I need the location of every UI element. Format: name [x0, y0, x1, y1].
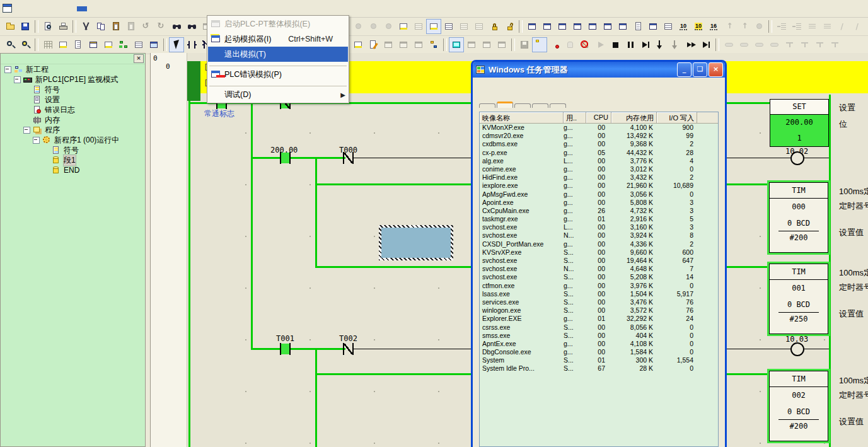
- tree-item-project[interactable]: 新工程: [1, 64, 145, 74]
- tab-applications[interactable]: [479, 103, 495, 108]
- svchost.exe[interactable]: svchost.exe S... 00 19,464 K 647: [480, 257, 718, 265]
- save-button[interactable]: [18, 19, 33, 34]
- sim-play-gray[interactable]: [593, 37, 608, 52]
- elem-gray-5[interactable]: [782, 37, 797, 52]
- tree-expander-icon[interactable]: [33, 137, 40, 144]
- winlogon.exe[interactable]: winlogon.exe S... 00 3,572 K 76: [480, 306, 718, 315]
- cut-button[interactable]: [78, 19, 93, 34]
- undo-button[interactable]: [139, 19, 154, 34]
- tree-item-plc[interactable]: 新PLC1[CP1E] 监视模式: [1, 74, 145, 84]
- redo-button[interactable]: [154, 19, 169, 34]
- sim-step-run-button[interactable]: [638, 37, 653, 52]
- alg.exe[interactable]: alg.exe L... 00 3,776 K 4: [480, 157, 718, 165]
- menu-window[interactable]: [97, 6, 107, 11]
- gray-up-1[interactable]: [721, 19, 736, 34]
- gray-win-1[interactable]: [464, 37, 479, 52]
- window-cascade-button[interactable]: [524, 19, 540, 34]
- no-contact-button[interactable]: [184, 37, 199, 52]
- cdmsvr20.exe[interactable]: cdmsvr20.exe g... 00 13,492 K 99: [480, 132, 718, 140]
- gray-tool-1[interactable]: [350, 19, 366, 34]
- toolbar-icon[interactable]: [519, 20, 523, 33]
- elem-gray-7[interactable]: [812, 37, 827, 52]
- symbols-table-button[interactable]: [101, 37, 116, 52]
- properties-button[interactable]: [540, 19, 555, 34]
- gray-tool-3[interactable]: [381, 19, 396, 34]
- ApntEx.exe[interactable]: ApntEx.exe g... 00 4,108 K 0: [480, 340, 718, 348]
- tree-item-settings[interactable]: 设置: [1, 95, 145, 105]
- menu-item-exit-simulation[interactable]: 退出模拟(T): [208, 47, 348, 62]
- tree-item-program1-symbols[interactable]: 符号: [1, 145, 145, 155]
- panel-close-button[interactable]: ×: [134, 54, 144, 63]
- output-window-button[interactable]: [630, 19, 645, 34]
- find-button[interactable]: [169, 19, 184, 34]
- toolbar-icon[interactable]: [72, 20, 76, 33]
- window-split-button[interactable]: [600, 19, 615, 34]
- open-button[interactable]: [3, 19, 18, 34]
- cross-reference-button[interactable]: [116, 37, 131, 52]
- services.exe[interactable]: services.exe S... 00 3,476 K 76: [480, 298, 718, 306]
- svchost.exe[interactable]: svchost.exe N... 00 4,648 K 7: [480, 265, 718, 273]
- menu-help[interactable]: [107, 6, 117, 11]
- no-contact-t001[interactable]: [280, 343, 291, 355]
- menu-simulation[interactable]: [77, 6, 87, 11]
- sim-pause-button[interactable]: [623, 37, 638, 52]
- gray-win-3[interactable]: [494, 37, 509, 52]
- conime.exe[interactable]: conime.exe g... 00 3,012 K 0: [480, 165, 718, 173]
- windows-tile-v-button[interactable]: [570, 19, 585, 34]
- paste-special-button[interactable]: [124, 19, 139, 34]
- menu-file[interactable]: [16, 6, 26, 11]
- tim-block-001[interactable]: TIM 001 0 BCD #250: [767, 262, 830, 336]
- maximize-button[interactable]: ❏: [693, 62, 707, 77]
- stop-hand-button[interactable]: [577, 37, 593, 52]
- dialog-window-button[interactable]: [645, 19, 661, 34]
- tree-expander-icon[interactable]: [23, 127, 30, 134]
- plc-error-sim-button[interactable]: [547, 37, 562, 52]
- set-instruction-block[interactable]: SET 200.00 1: [770, 99, 829, 147]
- tree-expander-icon[interactable]: [14, 76, 21, 83]
- KVSrvXP.exe[interactable]: KVSrvXP.exe S... 00 9,660 K 600: [480, 248, 718, 257]
- zoom-out-button[interactable]: [3, 37, 18, 52]
- slash-gray-1[interactable]: [835, 19, 850, 34]
- watch-window-button[interactable]: [615, 19, 630, 34]
- toolbar-icon[interactable]: [443, 38, 447, 51]
- ladder-view-button[interactable]: [426, 19, 441, 34]
- tree-item-memory[interactable]: 内存: [1, 115, 145, 125]
- paste-button[interactable]: [108, 19, 124, 34]
- dropdown-menu-item[interactable]: [209, 62, 347, 66]
- gray-edit-2[interactable]: [396, 37, 411, 52]
- ApMsgFwd.exe[interactable]: ApMsgFwd.exe g... 00 3,056 K 0: [480, 190, 718, 199]
- copy-button[interactable]: [93, 19, 108, 34]
- output-coil-10-02[interactable]: [790, 151, 804, 165]
- menu-item-plc-error-sim[interactable]: PLC错误模拟(P): [208, 67, 348, 82]
- elem-gray-8[interactable]: [827, 37, 842, 52]
- elem-gray-2[interactable]: [736, 37, 751, 52]
- HidFind.exe[interactable]: HidFind.exe g... 00 3,432 K 2: [480, 173, 718, 182]
- sim-save-gray[interactable]: [517, 37, 532, 52]
- gray-edit-1[interactable]: [381, 37, 396, 52]
- scan-run-button[interactable]: [683, 37, 698, 52]
- elem-gray-1[interactable]: [721, 37, 736, 52]
- menu-program[interactable]: [57, 6, 67, 11]
- indent-gray-2[interactable]: [789, 19, 804, 34]
- monitor-hex-button[interactable]: 16: [706, 19, 721, 34]
- CxCpuMain.exe[interactable]: CxCpuMain.exe g... 26 4,732 K 3: [480, 207, 718, 215]
- ctfmon.exe[interactable]: ctfmon.exe g... 00 3,976 K 0: [480, 282, 718, 290]
- print-preview-button[interactable]: [40, 19, 55, 34]
- tab-users[interactable]: [550, 103, 566, 108]
- gray-net[interactable]: [751, 19, 767, 34]
- nc-contact-t002[interactable]: [343, 343, 354, 355]
- task-manager-titlebar[interactable]: Windows 任务管理器 _ ❏ ×: [473, 62, 725, 78]
- tab-performance[interactable]: [514, 103, 531, 108]
- align-gray-2[interactable]: [819, 19, 835, 34]
- menu-item-start-plc-pt-sim[interactable]: 启动PLC-PT整体模拟(E): [208, 16, 348, 32]
- column-header-mem[interactable]: 内存使用: [611, 112, 657, 123]
- toolbar-icon[interactable]: [35, 38, 38, 51]
- column-header-user[interactable]: 用..: [564, 112, 586, 123]
- menu-tools[interactable]: [87, 6, 97, 11]
- print-button[interactable]: [55, 19, 71, 34]
- monitor-decimal-button[interactable]: 10: [676, 19, 691, 34]
- taskmgr.exe[interactable]: taskmgr.exe g... 01 2,916 K 5: [480, 215, 718, 223]
- menu-item-start-simulator[interactable]: 起动模拟器(I) Ctrl+Shift+W: [208, 32, 348, 47]
- svchost.exe[interactable]: svchost.exe S... 00 5,208 K 14: [480, 273, 718, 281]
- slash-gray-2[interactable]: [850, 19, 865, 34]
